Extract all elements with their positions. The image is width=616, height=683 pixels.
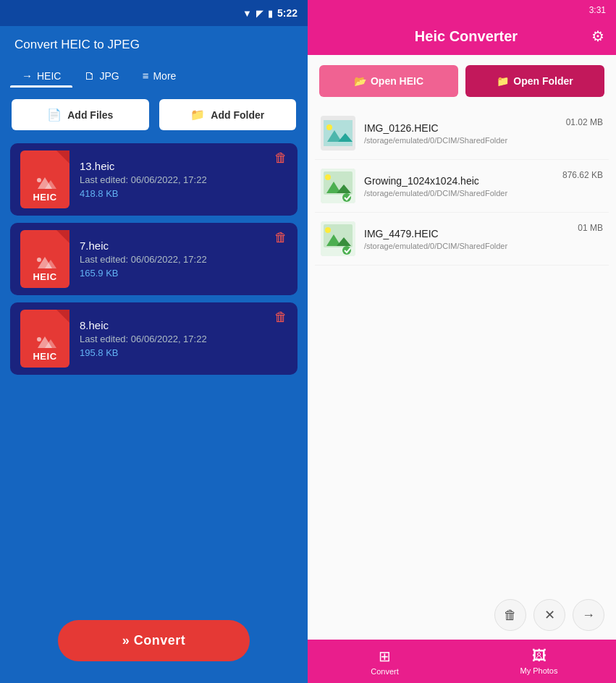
open-folder-button[interactable]: 📁 Open Folder	[465, 65, 604, 97]
heic-icon-0: HEIC	[20, 150, 69, 208]
right-panel: 3:31 Heic Converter ⚙ 📂 Open HEIC 📁 Open…	[308, 0, 616, 683]
file-size-left-2: 195.8 KB	[80, 347, 287, 358]
left-status-bar: ▼ ◤ ▮ 5:22	[0, 0, 308, 26]
tab-jpg[interactable]: 🗋 JPG	[72, 64, 130, 88]
file-size-right-0: 01.02 MB	[566, 116, 603, 127]
file-size-right-1: 876.62 KB	[562, 169, 603, 180]
nav-photos-label: My Photos	[520, 666, 558, 675]
right-status-bar: 3:31	[308, 0, 616, 20]
file-size-left-0: 418.8 KB	[80, 188, 287, 199]
file-thumb-icon-2	[32, 331, 58, 351]
add-files-button[interactable]: 📄 Add Files	[12, 99, 149, 130]
file-name-left-0: 13.heic	[80, 160, 287, 172]
bottom-actions: 🗑 ✕ →	[308, 590, 616, 640]
svg-rect-9	[324, 120, 353, 146]
heic-label-1: HEIC	[33, 271, 56, 282]
tab-heic-icon: →	[22, 69, 33, 82]
svg-point-2	[37, 178, 41, 182]
file-details-right-0: IMG_0126.HEIC /storage/emulated/0/DCIM/S…	[364, 122, 557, 145]
next-icon: →	[582, 608, 595, 623]
tab-more-icon: ≡	[143, 69, 149, 82]
nav-convert[interactable]: ⊞ Convert	[308, 640, 462, 683]
add-files-icon: 📄	[47, 108, 62, 122]
delete-all-icon: 🗑	[504, 608, 517, 623]
right-action-buttons: 📂 Open HEIC 📁 Open Folder	[308, 55, 616, 107]
settings-icon[interactable]: ⚙	[591, 27, 604, 45]
add-folder-button[interactable]: 📁 Add Folder	[159, 99, 297, 130]
heic-icon-2: HEIC	[20, 310, 69, 368]
file-date-left-0: Last edited: 06/06/2022, 17:22	[80, 174, 287, 185]
file-path-right-2: /storage/emulated/0/DCIM/SharedFolder	[364, 242, 569, 250]
file-thumb-icon-0	[32, 171, 58, 192]
signal-icon: ◤	[256, 8, 263, 19]
file-item-left-2[interactable]: HEIC 8.heic Last edited: 06/06/2022, 17:…	[10, 302, 298, 375]
delete-icon-0[interactable]: 🗑	[274, 150, 287, 166]
add-files-label: Add Files	[67, 109, 113, 121]
tab-heic[interactable]: → HEIC	[10, 64, 72, 88]
file-info-left-2: 8.heic Last edited: 06/06/2022, 17:22 19…	[80, 319, 287, 358]
next-button[interactable]: →	[573, 599, 604, 631]
file-item-left-0[interactable]: HEIC 13.heic Last edited: 06/06/2022, 17…	[10, 143, 298, 216]
svg-point-5	[37, 258, 41, 262]
file-name-right-2: IMG_4479.HEIC	[364, 228, 569, 239]
left-app-title: Convert HEIC to JPEG	[0, 26, 308, 59]
tab-jpg-label: JPG	[99, 70, 119, 82]
file-thumb-1	[321, 169, 355, 203]
thumb-svg-1	[321, 169, 355, 203]
right-app-header: Heic Converter ⚙	[308, 20, 616, 55]
convert-btn-container: » Convert	[0, 610, 308, 683]
file-name-left-2: 8.heic	[80, 319, 287, 331]
thumb-svg-2	[321, 221, 355, 256]
file-info-left-0: 13.heic Last edited: 06/06/2022, 17:22 4…	[80, 160, 287, 199]
files-list-right: IMG_0126.HEIC /storage/emulated/0/DCIM/S…	[308, 107, 616, 590]
svg-point-23	[325, 227, 331, 233]
right-app-title: Heic Converter	[341, 28, 591, 45]
file-size-right-2: 01 MB	[578, 221, 603, 233]
file-date-left-1: Last edited: 06/06/2022, 17:22	[80, 254, 287, 265]
tab-heic-label: HEIC	[37, 70, 61, 82]
open-folder-icon: 📁	[497, 75, 509, 87]
files-list-left: HEIC 13.heic Last edited: 06/06/2022, 17…	[0, 137, 308, 610]
file-item-right-2[interactable]: IMG_4479.HEIC /storage/emulated/0/DCIM/S…	[315, 213, 609, 266]
open-folder-label: Open Folder	[513, 75, 573, 87]
delete-icon-1[interactable]: 🗑	[274, 230, 287, 245]
left-panel: ▼ ◤ ▮ 5:22 Convert HEIC to JPEG → HEIC 🗋…	[0, 0, 308, 683]
nav-convert-icon: ⊞	[379, 648, 391, 665]
svg-point-17	[325, 174, 331, 180]
file-thumb-2	[321, 221, 355, 256]
wifi-icon: ▼	[242, 8, 252, 19]
heic-icon-1: HEIC	[20, 230, 69, 288]
tab-jpg-icon: 🗋	[84, 69, 95, 82]
file-item-right-0[interactable]: IMG_0126.HEIC /storage/emulated/0/DCIM/S…	[315, 107, 609, 160]
open-heic-icon: 📂	[354, 75, 366, 87]
nav-my-photos[interactable]: 🖼 My Photos	[462, 640, 616, 683]
thumb-img-0	[324, 120, 353, 146]
tab-more[interactable]: ≡ More	[131, 64, 188, 88]
file-name-right-1: Growing_1024x1024.heic	[364, 175, 554, 187]
file-info-left-1: 7.heic Last edited: 06/06/2022, 17:22 16…	[80, 239, 287, 279]
file-path-right-0: /storage/emulated/0/DCIM/SharedFolder	[364, 136, 557, 145]
right-time: 3:31	[589, 5, 606, 15]
file-name-left-1: 7.heic	[80, 239, 287, 252]
file-item-right-1[interactable]: Growing_1024x1024.heic /storage/emulated…	[315, 160, 609, 213]
thumb-svg-0	[324, 120, 353, 146]
open-heic-button[interactable]: 📂 Open HEIC	[319, 65, 458, 97]
convert-button[interactable]: » Convert	[58, 620, 250, 661]
file-details-right-1: Growing_1024x1024.heic /storage/emulated…	[364, 175, 554, 198]
delete-all-button[interactable]: 🗑	[494, 599, 526, 631]
close-button[interactable]: ✕	[533, 599, 565, 631]
file-size-left-1: 165.9 KB	[80, 268, 287, 279]
heic-label-0: HEIC	[33, 192, 56, 203]
add-folder-icon: 📁	[190, 108, 205, 122]
tab-more-label: More	[153, 70, 176, 82]
delete-icon-2[interactable]: 🗑	[274, 310, 287, 325]
status-icons: ▼ ◤ ▮	[242, 8, 273, 19]
file-item-left-1[interactable]: HEIC 7.heic Last edited: 06/06/2022, 17:…	[10, 223, 298, 295]
open-heic-label: Open HEIC	[371, 75, 423, 87]
file-date-left-2: Last edited: 06/06/2022, 17:22	[80, 334, 287, 344]
left-time: 5:22	[277, 7, 298, 19]
file-thumb-icon-1	[32, 251, 58, 271]
nav-photos-icon: 🖼	[532, 648, 547, 664]
file-details-right-2: IMG_4479.HEIC /storage/emulated/0/DCIM/S…	[364, 228, 569, 250]
battery-icon: ▮	[268, 8, 273, 19]
